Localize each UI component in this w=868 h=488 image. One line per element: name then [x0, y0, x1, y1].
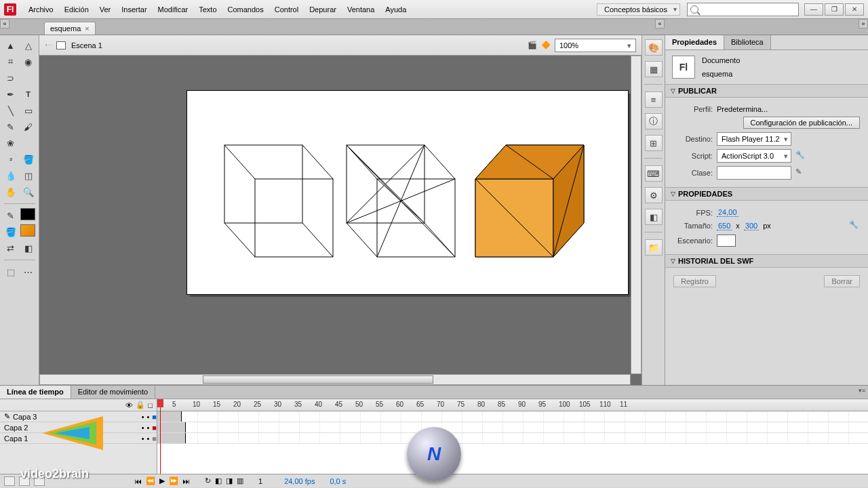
align-panel-icon[interactable]: ≡ — [645, 92, 663, 108]
pasteboard[interactable] — [39, 56, 642, 385]
color-panel-icon[interactable]: 🎨 — [645, 39, 663, 56]
eyedropper-tool[interactable]: 💧 — [3, 168, 19, 183]
play-button[interactable]: ▶ — [159, 476, 165, 485]
subselection-tool[interactable]: △ — [20, 38, 37, 53]
menu-archivo[interactable]: Archivo — [23, 3, 59, 16]
class-input[interactable] — [717, 166, 791, 180]
motion-presets-icon[interactable]: ◧ — [645, 209, 663, 225]
edit-symbols-icon[interactable]: 🔶 — [541, 41, 551, 49]
menu-ventana[interactable]: Ventana — [342, 3, 380, 16]
frame-ruler[interactable]: 5101520253035404550556065707580859095100… — [157, 399, 868, 411]
free-transform-tool[interactable]: ⌗ — [3, 54, 19, 69]
collapse-mid-icon[interactable]: « — [655, 19, 665, 28]
lasso-tool[interactable]: ⊃ — [3, 70, 19, 85]
new-layer-button[interactable] — [4, 476, 15, 486]
tab-properties[interactable]: Propiedades — [665, 35, 724, 49]
step-fwd-button[interactable]: ⏩ — [169, 476, 178, 485]
swap-colors[interactable]: ⇄ — [3, 241, 19, 256]
frames-layer-1[interactable] — [157, 433, 868, 444]
search-input[interactable] — [687, 3, 799, 16]
size-width[interactable]: 650 — [717, 222, 732, 230]
pencil-tool[interactable]: ✎ — [3, 119, 19, 134]
stage-color[interactable] — [717, 235, 736, 247]
pen-tool[interactable]: ✒ — [3, 87, 19, 102]
playhead[interactable] — [160, 399, 161, 474]
frames-layer-2[interactable] — [157, 422, 868, 433]
edit-class-icon[interactable]: ✎ — [795, 167, 806, 178]
stroke-color-icon[interactable]: ✎ — [3, 208, 19, 223]
publish-settings-button[interactable]: Configuración de publicación... — [743, 117, 860, 129]
menu-edicion[interactable]: Edición — [59, 3, 94, 16]
fill-color[interactable] — [20, 224, 35, 237]
info-panel-icon[interactable]: ⓘ — [645, 113, 663, 129]
tab-library[interactable]: Biblioteca — [724, 35, 771, 49]
brush-tool[interactable]: 🖌 — [20, 119, 37, 134]
rectangle-tool[interactable]: ▭ — [20, 103, 37, 118]
project-panel-icon[interactable]: 📁 — [645, 239, 663, 256]
components-icon[interactable]: ⚙ — [645, 187, 663, 203]
back-icon[interactable]: ⬸ — [45, 41, 52, 49]
menu-control[interactable]: Control — [269, 3, 304, 16]
section-properties[interactable]: PROPIEDADES — [665, 187, 868, 201]
tab-timeline[interactable]: Línea de tiempo — [0, 386, 71, 399]
section-publish[interactable]: PUBLICAR — [665, 84, 868, 98]
snap-tool[interactable]: ⬚ — [3, 264, 19, 279]
bone-tool[interactable]: ⸗ — [3, 152, 19, 167]
fps-value[interactable]: 24,00 — [717, 208, 738, 217]
collapse-right-icon[interactable]: » — [859, 19, 868, 28]
text-tool[interactable]: T — [20, 87, 37, 102]
edit-scene-icon[interactable]: 🎬 — [528, 41, 537, 49]
default-colors[interactable]: ◧ — [20, 241, 37, 256]
timeline-menu-icon[interactable]: ▾≡ — [859, 387, 865, 394]
document-tab[interactable]: esquema × — [44, 22, 96, 35]
paint-bucket-tool[interactable]: 🪣 — [20, 152, 37, 167]
selection-tool[interactable]: ▲ — [3, 38, 19, 53]
rewind-button[interactable]: ⏮ — [134, 477, 142, 485]
timeline-fps[interactable]: 24,00 fps — [284, 477, 315, 485]
menu-texto[interactable]: Texto — [193, 3, 222, 16]
menu-comandos[interactable]: Comandos — [222, 3, 269, 16]
lock-icon[interactable]: 🔒 — [136, 401, 145, 409]
eraser-tool[interactable]: ◫ — [20, 168, 37, 183]
zoom-selector[interactable]: 100% — [555, 39, 636, 52]
section-swf-history[interactable]: HISTORIAL DEL SWF — [665, 254, 868, 268]
fill-color-icon[interactable]: 🪣 — [3, 224, 19, 239]
onion-outline-button[interactable]: ◨ — [226, 476, 233, 485]
onion-skin-button[interactable]: ◧ — [215, 476, 222, 485]
workspace-selector[interactable]: Conceptos básicos — [597, 3, 680, 16]
options[interactable]: ⋯ — [20, 264, 37, 279]
ffwd-button[interactable]: ⏭ — [182, 477, 190, 485]
outline-icon[interactable]: □ — [148, 401, 153, 409]
close-tab-icon[interactable]: × — [85, 24, 89, 33]
zoom-tool[interactable]: 🔍 — [20, 184, 37, 199]
code-snippets-icon[interactable]: ⌨ — [645, 165, 663, 182]
vertical-scrollbar[interactable] — [631, 56, 642, 374]
script-select[interactable]: ActionScript 3.0 — [717, 149, 791, 163]
tab-motion-editor[interactable]: Editor de movimiento — [71, 386, 155, 399]
wrench-icon[interactable]: 🔧 — [795, 150, 806, 161]
minimize-button[interactable]: — — [804, 3, 823, 16]
3d-rotation-tool[interactable]: ◉ — [20, 54, 37, 69]
swatches-panel-icon[interactable]: ▦ — [645, 61, 663, 77]
menu-insertar[interactable]: Insertar — [116, 3, 152, 16]
stroke-color[interactable] — [20, 208, 35, 220]
transform-panel-icon[interactable]: ⊞ — [645, 135, 663, 151]
restore-button[interactable]: ❐ — [825, 3, 844, 16]
visibility-icon[interactable]: 👁 — [125, 401, 133, 409]
frames-layer-3[interactable] — [157, 411, 868, 422]
line-tool[interactable]: ╲ — [3, 103, 19, 118]
step-back-button[interactable]: ⏪ — [146, 476, 155, 485]
loop-button[interactable]: ↻ — [205, 476, 211, 485]
collapse-left-icon[interactable]: « — [0, 19, 9, 28]
edit-multiple-button[interactable]: ▥ — [237, 476, 243, 485]
menu-ayuda[interactable]: Ayuda — [380, 3, 412, 16]
deco-tool[interactable]: ❀ — [3, 136, 19, 150]
target-select[interactable]: Flash Player 11.2 — [717, 132, 791, 146]
hand-tool[interactable]: ✋ — [3, 184, 19, 199]
menu-modificar[interactable]: Modificar — [153, 3, 194, 16]
menu-ver[interactable]: Ver — [94, 3, 117, 16]
advanced-settings-icon[interactable]: 🔧 — [849, 220, 860, 231]
stage[interactable] — [187, 91, 628, 294]
menu-depurar[interactable]: Depurar — [304, 3, 342, 16]
close-button[interactable]: ✕ — [845, 3, 864, 16]
